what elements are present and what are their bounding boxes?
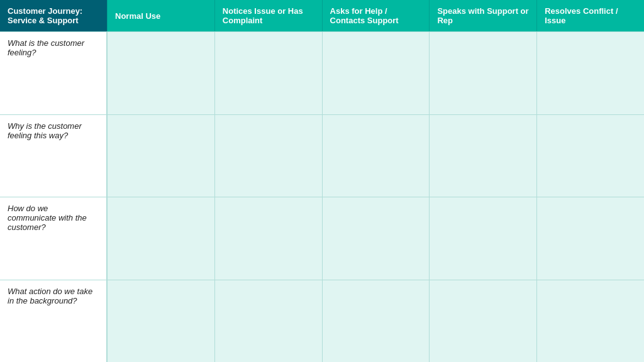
- cell-feeling-normal-use: [107, 32, 214, 114]
- cell-why-feeling-speaks-support: [429, 115, 536, 197]
- table-row-communicate: How do we communicate with the customer?: [0, 197, 644, 280]
- cell-why-feeling-normal-use: [107, 115, 214, 197]
- cell-action-normal-use: [107, 280, 214, 363]
- table-title: Customer Journey: Service & Support: [0, 0, 107, 31]
- col-header-notices-issue: Notices Issue or Has Complaint: [214, 0, 322, 31]
- cell-communicate-asks-help: [322, 197, 430, 280]
- table-body: What is the customer feeling?Why is the …: [0, 31, 644, 362]
- cell-why-feeling-resolves: [536, 115, 644, 197]
- col-header-normal-use: Normal Use: [107, 0, 214, 31]
- col-header-resolves: Resolves Conflict / Issue: [536, 0, 644, 31]
- col-header-asks-help: Asks for Help / Contacts Support: [322, 0, 430, 31]
- cell-communicate-speaks-support: [429, 197, 536, 280]
- row-label-feeling: What is the customer feeling?: [0, 32, 107, 114]
- cell-feeling-notices-issue: [214, 32, 322, 114]
- customer-journey-table: Customer Journey: Service & Support Norm…: [0, 0, 644, 362]
- row-label-why-feeling: Why is the customer feeling this way?: [0, 115, 107, 197]
- table-title-text: Customer Journey: Service & Support: [8, 6, 99, 25]
- cell-communicate-notices-issue: [214, 197, 322, 280]
- row-label-action: What action do we take in the background…: [0, 280, 107, 363]
- cell-why-feeling-asks-help: [322, 115, 430, 197]
- table-row-feeling: What is the customer feeling?: [0, 31, 644, 114]
- row-label-communicate: How do we communicate with the customer?: [0, 197, 107, 280]
- col-header-speaks-support: Speaks with Support or Rep: [429, 0, 536, 31]
- cell-feeling-speaks-support: [429, 32, 536, 114]
- cell-action-speaks-support: [429, 280, 536, 363]
- cell-communicate-resolves: [536, 197, 644, 280]
- cell-action-notices-issue: [214, 280, 322, 363]
- table-row-why-feeling: Why is the customer feeling this way?: [0, 114, 644, 197]
- cell-action-asks-help: [322, 280, 430, 363]
- cell-why-feeling-notices-issue: [214, 115, 322, 197]
- header-row: Customer Journey: Service & Support Norm…: [0, 0, 644, 31]
- table-row-action: What action do we take in the background…: [0, 280, 644, 363]
- cell-feeling-resolves: [536, 32, 644, 114]
- cell-action-resolves: [536, 280, 644, 363]
- cell-feeling-asks-help: [322, 32, 430, 114]
- cell-communicate-normal-use: [107, 197, 214, 280]
